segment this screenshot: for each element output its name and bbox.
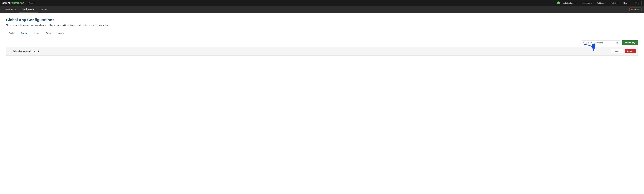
page-description: Please refer to the documentation on how… [6,24,638,26]
settings-menu[interactable]: Settings ▼ [596,1,607,5]
configuration-nav-item[interactable]: Configuration [19,6,38,13]
second-nav: Workbench Configuration Search S3SPL [0,6,644,13]
tab-bucket[interactable]: Bucket [6,31,18,36]
find-button[interactable]: Find [633,1,642,5]
update-button[interactable]: Update [611,49,623,53]
page-title: Global App Configurations [6,18,638,22]
messages-menu[interactable]: Messages ▼ [580,1,593,5]
query-name: palo-blocked-port-replacement [11,50,609,52]
administrator-caret-icon: ▼ [575,2,577,4]
tab-license[interactable]: License [30,31,43,36]
main-content: Global App Configurations Please refer t… [0,13,644,60]
settings-caret-icon: ▼ [604,2,606,4]
apps-menu[interactable]: Apps ▼ [28,1,36,5]
splunk-logo: splunk>enterprise [2,2,24,5]
help-caret-icon: ▼ [628,2,630,4]
tab-proxy[interactable]: Proxy [43,31,54,36]
s3spl-logo: S3SPL [630,8,642,11]
help-menu[interactable]: Help ▼ [622,1,630,5]
search-icon: 🔍 [616,42,618,44]
tab-logging[interactable]: Logging [54,31,67,36]
messages-caret-icon: ▼ [591,2,592,4]
apps-caret-icon: ▼ [34,2,35,4]
tab-bar: Bucket Query License Proxy Logging [6,31,638,36]
toolbar-row: 🔍 Add Query [6,40,638,45]
documentation-link[interactable]: documentation [23,24,37,26]
activity-caret-icon: ▼ [617,2,619,4]
activity-menu[interactable]: Activity ▼ [610,1,620,5]
delete-button[interactable]: Delete [624,49,636,53]
add-query-button[interactable]: Add Query [622,40,638,45]
orange-dot-icon [631,9,632,10]
query-row: › palo-blocked-port-replacement Update D… [6,47,638,56]
tab-query[interactable]: Query [18,31,30,36]
administrator-menu[interactable]: Administrator ▼ [562,1,578,5]
top-nav: splunk>enterprise Apps ▼ ✓ Administrator… [0,0,644,6]
expand-chevron-icon[interactable]: › [8,50,9,52]
search-query-input[interactable] [583,42,616,44]
workbench-nav-item[interactable]: Workbench [2,6,19,13]
search-nav-item[interactable]: Search [38,6,50,13]
status-icon: ✓ [557,2,560,5]
search-box: 🔍 [582,41,620,45]
